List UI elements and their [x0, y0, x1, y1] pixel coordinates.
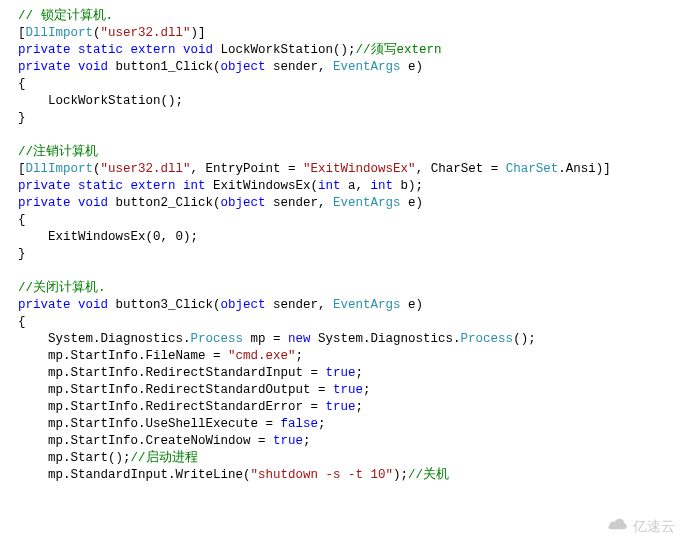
code-line: private static extern void LockWorkStati…	[18, 42, 667, 59]
code-line	[18, 263, 667, 280]
code-token: "cmd.exe"	[228, 349, 296, 363]
code-token: {	[18, 213, 26, 227]
code-token: false	[281, 417, 319, 431]
code-line: mp.StartInfo.UseShellExecute = false;	[18, 416, 667, 433]
code-line: LockWorkStation();	[18, 93, 667, 110]
code-line	[18, 127, 667, 144]
code-token: {	[18, 77, 26, 91]
code-token: object	[221, 298, 266, 312]
code-token: a,	[341, 179, 371, 193]
code-line: ExitWindowsEx(0, 0);	[18, 229, 667, 246]
code-token: private void	[18, 196, 108, 210]
code-line: // 锁定计算机.	[18, 8, 667, 25]
code-token: }	[18, 247, 26, 261]
code-token: new	[288, 332, 311, 346]
code-token: mp.StartInfo.RedirectStandardError =	[18, 400, 326, 414]
code-line: }	[18, 246, 667, 263]
code-token: true	[333, 383, 363, 397]
code-token: CharSet	[506, 162, 559, 176]
code-token: ;	[356, 400, 364, 414]
code-token: //关机	[408, 468, 449, 482]
code-token: private void	[18, 60, 108, 74]
code-token: private static extern int	[18, 179, 206, 193]
code-token: EventArgs	[333, 196, 401, 210]
code-token: button1_Click(	[108, 60, 221, 74]
code-token: System.Diagnostics.	[18, 332, 191, 346]
code-token: mp.StandardInput.WriteLine(	[18, 468, 251, 482]
code-line: //关闭计算机.	[18, 280, 667, 297]
code-token: private void	[18, 298, 108, 312]
code-token: mp.Start();	[18, 451, 131, 465]
code-line: mp.StartInfo.RedirectStandardOutput = tr…	[18, 382, 667, 399]
code-token: )]	[191, 26, 206, 40]
code-token: button3_Click(	[108, 298, 221, 312]
code-token: DllImport	[26, 162, 94, 176]
code-line: {	[18, 76, 667, 93]
code-token: sender,	[266, 196, 334, 210]
code-token: Process	[461, 332, 514, 346]
code-line: mp.StartInfo.FileName = "cmd.exe";	[18, 348, 667, 365]
code-token: ;	[363, 383, 371, 397]
code-token: mp.StartInfo.RedirectStandardOutput =	[18, 383, 333, 397]
code-token: e)	[401, 60, 424, 74]
code-token: object	[221, 60, 266, 74]
code-token: .Ansi)]	[558, 162, 611, 176]
code-token: "user32.dll"	[101, 162, 191, 176]
code-token: e)	[401, 298, 424, 312]
code-token: "shutdown -s -t 10"	[251, 468, 394, 482]
code-token: object	[221, 196, 266, 210]
code-token: private static extern void	[18, 43, 213, 57]
code-token: ;	[356, 366, 364, 380]
code-token: );	[393, 468, 408, 482]
code-token: LockWorkStation();	[18, 94, 183, 108]
code-token: true	[326, 366, 356, 380]
code-token: mp.StartInfo.RedirectStandardInput =	[18, 366, 326, 380]
code-line: mp.Start();//启动进程	[18, 450, 667, 467]
code-token: true	[326, 400, 356, 414]
code-line: private static extern int ExitWindowsEx(…	[18, 178, 667, 195]
code-token: System.Diagnostics.	[311, 332, 461, 346]
code-line: //注销计算机	[18, 144, 667, 161]
code-token: ;	[303, 434, 311, 448]
code-line: [DllImport("user32.dll", EntryPoint = "E…	[18, 161, 667, 178]
code-token: sender,	[266, 298, 334, 312]
code-token: //须写extern	[356, 43, 442, 57]
code-line: mp.StartInfo.RedirectStandardInput = tru…	[18, 365, 667, 382]
code-token: // 锁定计算机.	[18, 9, 113, 23]
watermark: 亿速云	[607, 517, 675, 535]
code-line: System.Diagnostics.Process mp = new Syst…	[18, 331, 667, 348]
code-token: int	[371, 179, 394, 193]
code-token: //关闭计算机.	[18, 281, 106, 295]
code-block: // 锁定计算机.[DllImport("user32.dll")]privat…	[18, 8, 667, 484]
code-line: {	[18, 212, 667, 229]
code-token: int	[318, 179, 341, 193]
code-token: }	[18, 111, 26, 125]
code-token: mp.StartInfo.FileName =	[18, 349, 228, 363]
code-token: [	[18, 26, 26, 40]
code-token: ExitWindowsEx(0, 0);	[18, 230, 198, 244]
code-token: mp =	[243, 332, 288, 346]
code-token: "user32.dll"	[101, 26, 191, 40]
code-token: mp.StartInfo.UseShellExecute =	[18, 417, 281, 431]
code-token: , CharSet =	[416, 162, 506, 176]
code-token: LockWorkStation();	[213, 43, 356, 57]
code-token: , EntryPoint =	[191, 162, 304, 176]
code-line: {	[18, 314, 667, 331]
code-line: mp.StandardInput.WriteLine("shutdown -s …	[18, 467, 667, 484]
code-token: b);	[393, 179, 423, 193]
code-token: EventArgs	[333, 60, 401, 74]
code-token: ;	[296, 349, 304, 363]
code-token: ;	[318, 417, 326, 431]
code-token: {	[18, 315, 26, 329]
code-line: private void button3_Click(object sender…	[18, 297, 667, 314]
code-token: (	[93, 162, 101, 176]
code-token: //启动进程	[131, 451, 198, 465]
code-token: Process	[191, 332, 244, 346]
code-token: button2_Click(	[108, 196, 221, 210]
code-token: [	[18, 162, 26, 176]
code-line: mp.StartInfo.RedirectStandardError = tru…	[18, 399, 667, 416]
code-token: (	[93, 26, 101, 40]
code-token: EventArgs	[333, 298, 401, 312]
watermark-text: 亿速云	[633, 518, 675, 535]
code-token: DllImport	[26, 26, 94, 40]
